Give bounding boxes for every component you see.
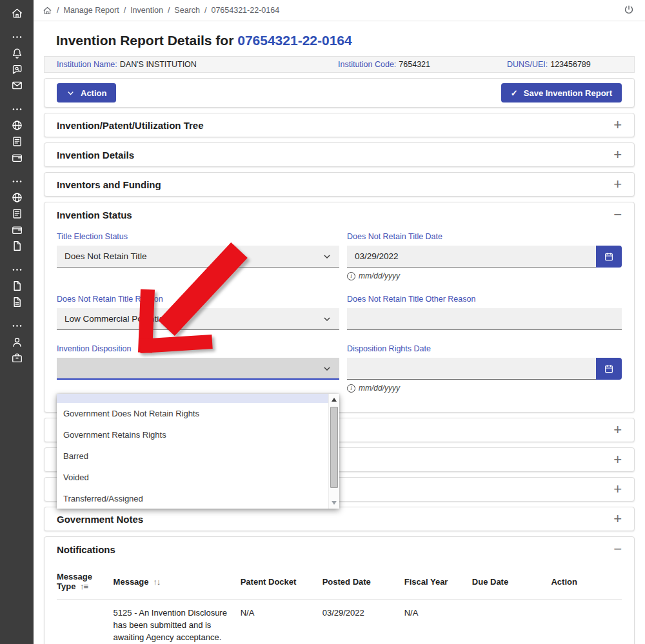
ellipsis-icon — [10, 30, 23, 43]
column-header[interactable]: Message ↑↓ — [114, 577, 241, 587]
page-title: Invention Report Details for 07654321-22… — [56, 32, 645, 50]
bell-icon[interactable] — [10, 46, 23, 59]
document-icon[interactable] — [10, 207, 23, 220]
home-icon[interactable] — [43, 6, 52, 15]
expand-plus-icon[interactable]: + — [613, 148, 622, 161]
breadcrumb-separator: / — [204, 6, 206, 15]
ellipsis-icon — [10, 263, 23, 276]
file-icon[interactable] — [10, 239, 23, 252]
does-not-retain-title-reason-select[interactable]: Low Commercial Potential — [57, 308, 339, 330]
title-election-status-select[interactable]: Does Not Retain Title — [57, 246, 339, 268]
breadcrumb-item: 07654321-22-0164 — [211, 6, 279, 15]
expand-plus-icon[interactable]: + — [613, 424, 622, 436]
column-header: Action — [551, 577, 622, 587]
scroll-up-arrow[interactable] — [329, 395, 339, 405]
person-icon[interactable] — [10, 335, 23, 348]
calendar-icon — [604, 251, 614, 262]
breadcrumb-item[interactable]: Invention — [130, 6, 163, 15]
globe-icon[interactable] — [10, 119, 23, 132]
wallet-icon[interactable] — [10, 223, 23, 236]
field-label: Does Not Retain Title Other Reason — [347, 295, 622, 304]
chevron-down-icon — [322, 364, 332, 375]
disposition-rights-date-input[interactable] — [347, 358, 596, 380]
expand-plus-icon[interactable]: + — [613, 483, 622, 496]
ellipsis-icon — [10, 175, 23, 188]
sort-icon[interactable]: ↑↓ — [153, 577, 160, 587]
disposition-options-listbox: Government Does Not Retain RightsGovernm… — [57, 394, 339, 509]
section-government-notes[interactable]: Government Notes + — [44, 507, 635, 531]
file-icon[interactable] — [10, 279, 23, 292]
disposition-option[interactable]: Transferred/Assigned — [57, 488, 328, 509]
save-invention-report-button[interactable]: ✓ Save Invention Report — [501, 83, 622, 102]
calendar-button[interactable] — [596, 246, 622, 268]
section-invention-status: Invention Status − Title Election Status… — [44, 202, 635, 413]
breadcrumb-separator: / — [57, 6, 59, 15]
table-header-row: Message Type ↑≡Message ↑↓Patent DocketPo… — [57, 565, 622, 599]
scroll-down-arrow[interactable] — [329, 498, 339, 508]
globe-icon[interactable] — [10, 191, 23, 204]
cell-posted-date: 03/29/2022 — [322, 607, 404, 644]
does-not-retain-title-date-input[interactable]: 03/29/2022 — [347, 246, 596, 268]
institution-name: Institution Name:DAN'S INSTITUTION — [57, 60, 338, 69]
column-header: Posted Date — [322, 577, 404, 587]
document-icon[interactable] — [10, 135, 23, 148]
scrollbar-thumb[interactable] — [330, 407, 338, 488]
column-header: Fiscal Year — [404, 577, 472, 587]
disposition-option[interactable]: Government Retains Rights — [57, 424, 328, 445]
check-icon: ✓ — [511, 88, 518, 98]
disposition-option[interactable]: Voided — [57, 467, 328, 488]
cell-due-date — [472, 607, 551, 644]
listbox-scrollbar[interactable] — [328, 394, 339, 509]
does-not-retain-title-other-reason-input[interactable] — [347, 308, 622, 330]
ellipsis-icon — [10, 319, 23, 332]
home-icon[interactable] — [10, 6, 23, 19]
info-icon: i — [347, 384, 355, 393]
disposition-option[interactable]: Barred — [57, 445, 328, 467]
field-label: Does Not Retain Title Date — [347, 232, 622, 241]
chat-icon[interactable] — [10, 63, 23, 75]
breadcrumb: /Manage Report/Invention/Search/07654321… — [43, 6, 622, 15]
breadcrumb-item[interactable]: Search — [174, 6, 200, 15]
expand-plus-icon[interactable]: + — [613, 512, 622, 525]
institution-bar: Institution Name:DAN'S INSTITUTION Insti… — [44, 56, 635, 73]
action-button[interactable]: Action — [57, 83, 116, 102]
collapse-minus-icon[interactable]: − — [613, 543, 622, 556]
expand-plus-icon[interactable]: + — [613, 119, 622, 132]
invention-disposition-select[interactable] — [57, 358, 339, 380]
institution-code: Institution Code:7654321 — [338, 60, 507, 69]
field-label: Invention Disposition — [57, 344, 339, 353]
invention-status-header[interactable]: Invention Status − — [45, 202, 634, 227]
section-invention-patent-utilization-tree[interactable]: Invention/Patent/Utilization Tree + — [44, 113, 635, 137]
chevron-down-icon — [66, 89, 75, 97]
column-header: Due Date — [472, 577, 551, 587]
calendar-button[interactable] — [596, 358, 622, 380]
action-toolbar: Action ✓ Save Invention Report — [44, 78, 635, 108]
column-header: Patent Docket — [241, 577, 322, 587]
collapse-minus-icon[interactable]: − — [613, 208, 622, 221]
expand-plus-icon[interactable]: + — [613, 178, 622, 191]
wallet-icon[interactable] — [10, 151, 23, 164]
duns-uei: DUNS/UEI:123456789 — [507, 60, 622, 69]
power-logout-button[interactable] — [622, 3, 636, 17]
disposition-option[interactable] — [57, 394, 328, 403]
briefcase-icon[interactable] — [10, 351, 23, 364]
disposition-option[interactable]: Government Does Not Retain Rights — [57, 403, 328, 424]
cell-fiscal-year: N/A — [404, 607, 472, 644]
notifications-header[interactable]: Notifications − — [45, 537, 634, 561]
page-title-text: Invention Report Details for — [56, 33, 237, 48]
section-inventors-and-funding[interactable]: Inventors and Funding + — [44, 172, 635, 197]
column-header[interactable]: Message Type ↑≡ — [57, 572, 114, 591]
mail-icon[interactable] — [10, 79, 23, 92]
chevron-down-icon — [322, 315, 332, 326]
section-notifications: Notifications − Message Type ↑≡Message ↑… — [44, 536, 635, 644]
section-invention-details[interactable]: Invention Details + — [44, 142, 635, 167]
sort-filter-icon[interactable]: ↑≡ — [80, 581, 88, 591]
breadcrumb-separator: / — [124, 6, 126, 15]
file-pdf-icon[interactable] — [10, 295, 23, 308]
report-id-link[interactable]: 07654321-22-0164 — [237, 33, 352, 48]
field-label: Disposition Rights Date — [347, 344, 622, 353]
info-icon: i — [347, 272, 355, 280]
cell-action — [551, 607, 622, 644]
expand-plus-icon[interactable]: + — [613, 453, 622, 466]
breadcrumb-item[interactable]: Manage Report — [63, 6, 119, 15]
